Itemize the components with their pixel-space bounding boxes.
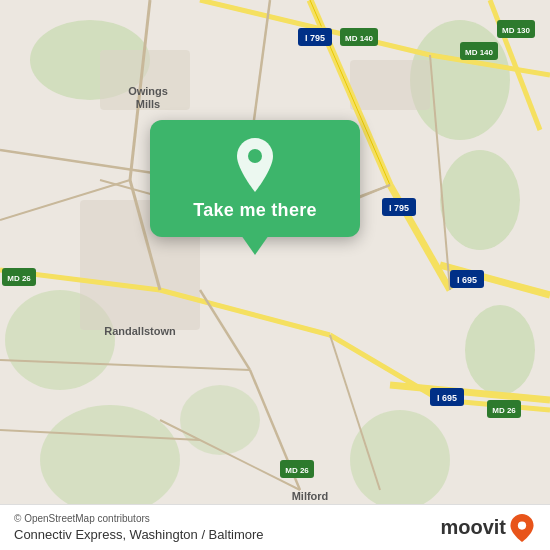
bottom-bar: © OpenStreetMap contributors Connectiv E… <box>0 504 550 550</box>
bottom-left-info: © OpenStreetMap contributors Connectiv E… <box>14 513 264 542</box>
svg-text:MD 130: MD 130 <box>502 26 531 35</box>
svg-text:MD 26: MD 26 <box>285 466 309 475</box>
svg-text:Milford: Milford <box>292 490 329 502</box>
svg-text:MD 140: MD 140 <box>345 34 374 43</box>
svg-point-8 <box>180 385 260 455</box>
svg-text:MD 26: MD 26 <box>7 274 31 283</box>
svg-text:Owings: Owings <box>128 85 168 97</box>
osm-attribution: © OpenStreetMap contributors <box>14 513 264 524</box>
svg-point-65 <box>518 521 526 529</box>
svg-point-3 <box>440 150 520 250</box>
svg-text:I 795: I 795 <box>389 203 409 213</box>
svg-text:I 695: I 695 <box>437 393 457 403</box>
svg-point-4 <box>465 305 535 395</box>
svg-text:MD 26: MD 26 <box>492 406 516 415</box>
map-background: I 795 I 795 I 695 I 695 MD 140 MD 140 MD… <box>0 0 550 550</box>
svg-text:MD 140: MD 140 <box>465 48 494 57</box>
take-me-there-button[interactable]: Take me there <box>193 200 317 221</box>
map-container: I 795 I 795 I 695 I 695 MD 140 MD 140 MD… <box>0 0 550 550</box>
svg-text:I 795: I 795 <box>305 33 325 43</box>
svg-rect-11 <box>350 60 430 110</box>
location-pin-icon <box>228 138 282 192</box>
svg-point-64 <box>248 149 262 163</box>
svg-text:Mills: Mills <box>136 98 160 110</box>
moovit-logo: moovit <box>440 514 536 542</box>
svg-point-7 <box>350 410 450 510</box>
moovit-text: moovit <box>440 516 506 539</box>
popup-card: Take me there <box>150 120 360 237</box>
svg-point-6 <box>40 405 180 515</box>
app-title-label: Connectiv Express, Washington / Baltimor… <box>14 527 264 542</box>
moovit-icon <box>508 514 536 542</box>
svg-text:I 695: I 695 <box>457 275 477 285</box>
svg-text:Randallstown: Randallstown <box>104 325 176 337</box>
